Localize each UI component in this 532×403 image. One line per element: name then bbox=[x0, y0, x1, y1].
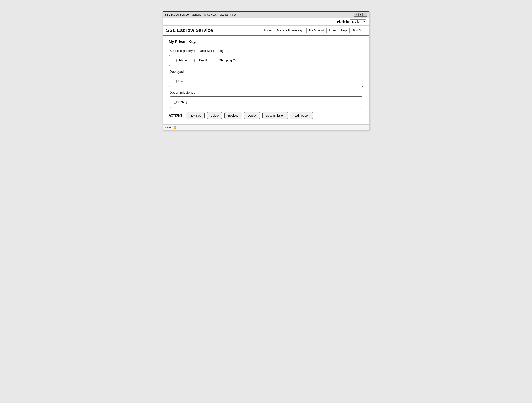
checkbox-shopping-cart-label: Shopping Cart bbox=[219, 59, 238, 62]
minimize-button[interactable]: □ bbox=[354, 13, 358, 17]
page-title: My Private Keys bbox=[169, 40, 363, 46]
checkbox-user-input[interactable] bbox=[173, 80, 177, 83]
checkbox-debug-input[interactable] bbox=[173, 101, 177, 104]
lock-icon: 🔒 bbox=[173, 126, 177, 129]
deploy-button[interactable]: Deploy bbox=[244, 112, 260, 119]
section-decommissioned-box: Debug bbox=[169, 96, 363, 108]
status-bar: Done 🔒 bbox=[163, 125, 369, 130]
status-text: Done bbox=[165, 126, 171, 129]
user-greeting-area: Hi Admin English Español Français Deutsc… bbox=[337, 19, 366, 24]
audit-report-button[interactable]: Audit Report bbox=[290, 112, 313, 119]
greeting-text: Hi Admin bbox=[337, 20, 349, 23]
browser-window: SSL Escrow Service – Manage Private Keys… bbox=[163, 11, 369, 131]
header-bar: Hi Admin English Español Français Deutsc… bbox=[163, 18, 369, 25]
replace-button[interactable]: Replace bbox=[224, 112, 242, 119]
checkbox-admin-label: Admin bbox=[178, 59, 187, 62]
username: Admin bbox=[341, 20, 349, 23]
nav-manage-private-keys[interactable]: Manage Private Keys bbox=[274, 28, 306, 33]
section-deployed-label: Deployed bbox=[169, 70, 363, 74]
checkbox-debug-label: Debug bbox=[178, 101, 187, 104]
nav-home[interactable]: Home bbox=[261, 28, 274, 33]
checkbox-email-input[interactable] bbox=[194, 59, 197, 62]
section-secured-box: Admin Email Shopping Cart bbox=[169, 55, 363, 66]
new-key-button[interactable]: New Key bbox=[186, 112, 205, 119]
section-secured: Secured (Encrypted and Not Deployed) Adm… bbox=[169, 49, 363, 66]
secured-checkbox-group: Admin Email Shopping Cart bbox=[173, 59, 359, 62]
window-title: SSL Escrow Service – Manage Private Keys… bbox=[165, 13, 237, 16]
nav-my-account[interactable]: My Account bbox=[306, 28, 327, 33]
checkbox-shopping-cart-input[interactable] bbox=[214, 59, 217, 62]
checkbox-user[interactable]: User bbox=[173, 80, 185, 83]
nav-help[interactable]: Help bbox=[338, 28, 349, 33]
deployed-checkbox-group: User bbox=[173, 80, 359, 83]
section-decommissioned: Decommissioned Debug bbox=[169, 91, 363, 108]
checkbox-debug[interactable]: Debug bbox=[173, 101, 187, 104]
maximize-button[interactable]: ▣ bbox=[359, 13, 363, 17]
language-selector[interactable]: English Español Français Deutsch bbox=[350, 19, 366, 24]
actions-row: ACTIONS: New Key Delete Replace Deploy D… bbox=[169, 112, 363, 119]
section-secured-label: Secured (Encrypted and Not Deployed) bbox=[169, 49, 363, 53]
checkbox-admin[interactable]: Admin bbox=[173, 59, 187, 62]
checkbox-user-label: User bbox=[178, 80, 185, 83]
close-button[interactable]: ✕ bbox=[363, 13, 367, 17]
window-controls: □ ▣ ✕ bbox=[354, 13, 367, 17]
actions-label: ACTIONS: bbox=[169, 114, 183, 117]
nav-bar: SSL Escrow Service Home Manage Private K… bbox=[163, 25, 369, 36]
title-bar: SSL Escrow Service – Manage Private Keys… bbox=[163, 12, 369, 18]
page-content: My Private Keys Secured (Encrypted and N… bbox=[163, 36, 369, 125]
checkbox-email-label: Email bbox=[199, 59, 207, 62]
section-decommissioned-label: Decommissioned bbox=[169, 91, 363, 94]
checkbox-shopping-cart[interactable]: Shopping Cart bbox=[214, 59, 238, 62]
nav-links: Home Manage Private Keys My Account More… bbox=[261, 28, 366, 33]
decommission-button[interactable]: Decommission bbox=[262, 112, 288, 119]
checkbox-admin-input[interactable] bbox=[173, 59, 177, 62]
nav-sign-out[interactable]: Sign Out bbox=[349, 28, 366, 33]
checkbox-email[interactable]: Email bbox=[194, 59, 207, 62]
delete-button[interactable]: Delete bbox=[207, 112, 222, 119]
site-logo: SSL Escrow Service bbox=[166, 27, 213, 33]
section-deployed-box: User bbox=[169, 76, 363, 87]
section-deployed: Deployed User bbox=[169, 70, 363, 87]
decommissioned-checkbox-group: Debug bbox=[173, 101, 359, 104]
nav-more[interactable]: More bbox=[326, 28, 338, 33]
